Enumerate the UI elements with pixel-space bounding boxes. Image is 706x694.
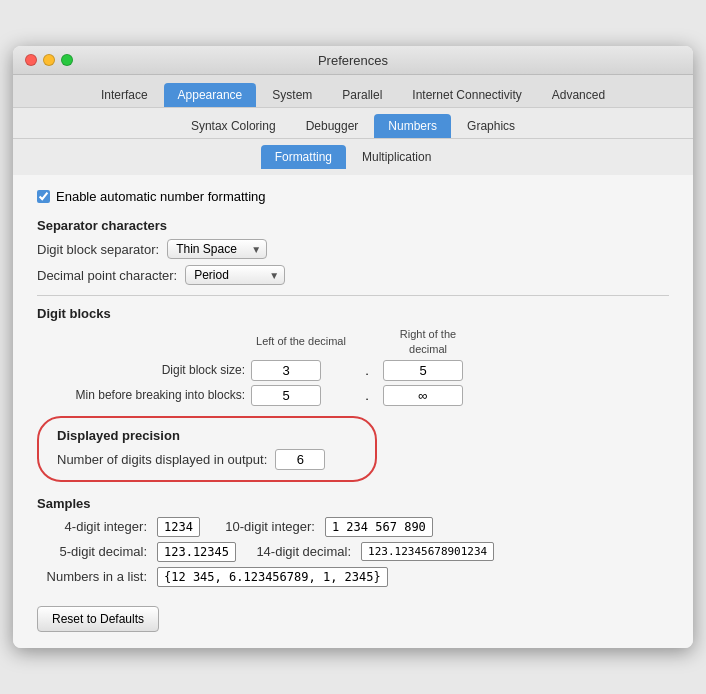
- maximize-button[interactable]: [61, 54, 73, 66]
- digit-block-separator-wrapper: Thin Space Comma Period Space ▼: [167, 239, 267, 259]
- samples-title: Samples: [37, 496, 669, 511]
- digit-block-separator-row: Digit block separator: Thin Space Comma …: [37, 239, 669, 259]
- precision-label: Number of digits displayed in output:: [57, 452, 267, 467]
- min-break-left[interactable]: 5: [251, 385, 321, 406]
- digit-block-separator-label: Digit block separator:: [37, 242, 159, 257]
- list-value: {12 345, 6.123456789, 1, 2345}: [157, 567, 388, 587]
- sample-list-row: Numbers in a list: {12 345, 6.123456789,…: [37, 567, 669, 587]
- auto-format-label: Enable automatic number formatting: [56, 189, 266, 204]
- reset-to-defaults-button[interactable]: Reset to Defaults: [37, 606, 159, 632]
- precision-row: Number of digits displayed in output: 6: [57, 449, 357, 470]
- secondary-tab-bar: Syntax Coloring Debugger Numbers Graphic…: [13, 108, 693, 139]
- precision-input[interactable]: 6: [275, 449, 325, 470]
- decimal-dot-1: .: [357, 363, 377, 378]
- tab-advanced[interactable]: Advanced: [538, 83, 619, 107]
- tab-graphics[interactable]: Graphics: [453, 114, 529, 138]
- separator-section: Separator characters Digit block separat…: [37, 218, 669, 285]
- precision-box: Displayed precision Number of digits dis…: [37, 416, 377, 482]
- right-decimal-header: Right of the decimal: [383, 327, 473, 356]
- digit-block-separator-select[interactable]: Thin Space Comma Period Space: [167, 239, 267, 259]
- tab-parallel[interactable]: Parallel: [328, 83, 396, 107]
- traffic-lights: [25, 54, 73, 66]
- divider-1: [37, 295, 669, 296]
- min-break-label: Min before breaking into blocks:: [45, 388, 245, 402]
- fourteen-digit-label: 14-digit decimal:: [246, 544, 351, 559]
- five-digit-value: 123.12345: [157, 542, 236, 562]
- primary-tab-bar: Interface Appearance System Parallel Int…: [13, 75, 693, 108]
- sample-five-digit-row: 5-digit decimal: 123.12345 14-digit deci…: [37, 542, 669, 562]
- digit-block-size-right[interactable]: 5: [383, 360, 463, 381]
- samples-section: Samples 4-digit integer: 1234 10-digit i…: [37, 496, 669, 587]
- decimal-dot-2: .: [357, 388, 377, 403]
- digit-blocks-title: Digit blocks: [37, 306, 669, 321]
- decimal-point-select[interactable]: Period Comma: [185, 265, 285, 285]
- list-label: Numbers in a list:: [37, 569, 147, 584]
- tab-debugger[interactable]: Debugger: [292, 114, 373, 138]
- left-decimal-header: Left of the decimal: [251, 334, 351, 348]
- content-area: Enable automatic number formatting Separ…: [13, 175, 693, 648]
- tab-multiplication[interactable]: Multiplication: [348, 145, 445, 169]
- tab-internet-connectivity[interactable]: Internet Connectivity: [398, 83, 535, 107]
- auto-format-row: Enable automatic number formatting: [37, 189, 669, 204]
- separator-section-title: Separator characters: [37, 218, 669, 233]
- four-digit-value: 1234: [157, 517, 200, 537]
- digit-blocks-section: Digit blocks Left of the decimal Right o…: [37, 306, 669, 406]
- preferences-window: Preferences Interface Appearance System …: [13, 46, 693, 648]
- titlebar: Preferences: [13, 46, 693, 75]
- decimal-point-row: Decimal point character: Period Comma ▼: [37, 265, 669, 285]
- decimal-point-label: Decimal point character:: [37, 268, 177, 283]
- tab-appearance[interactable]: Appearance: [164, 83, 257, 107]
- precision-title: Displayed precision: [57, 428, 357, 443]
- tab-interface[interactable]: Interface: [87, 83, 162, 107]
- sample-four-digit-row: 4-digit integer: 1234 10-digit integer: …: [37, 517, 669, 537]
- precision-section: Displayed precision Number of digits dis…: [37, 406, 669, 492]
- tertiary-tab-bar: Formatting Multiplication: [13, 139, 693, 175]
- five-digit-label: 5-digit decimal:: [37, 544, 147, 559]
- digit-block-size-left[interactable]: 3: [251, 360, 321, 381]
- min-break-right[interactable]: ∞: [383, 385, 463, 406]
- minimize-button[interactable]: [43, 54, 55, 66]
- tab-formatting[interactable]: Formatting: [261, 145, 346, 169]
- ten-digit-value: 1 234 567 890: [325, 517, 433, 537]
- tab-system[interactable]: System: [258, 83, 326, 107]
- window-title: Preferences: [318, 53, 388, 68]
- fourteen-digit-value: 123.12345678901234: [361, 542, 494, 561]
- ten-digit-label: 10-digit integer:: [210, 519, 315, 534]
- tab-numbers[interactable]: Numbers: [374, 114, 451, 138]
- decimal-point-wrapper: Period Comma ▼: [185, 265, 285, 285]
- auto-format-checkbox[interactable]: [37, 190, 50, 203]
- close-button[interactable]: [25, 54, 37, 66]
- four-digit-label: 4-digit integer:: [37, 519, 147, 534]
- digit-block-size-label: Digit block size:: [45, 363, 245, 377]
- tab-syntax-coloring[interactable]: Syntax Coloring: [177, 114, 290, 138]
